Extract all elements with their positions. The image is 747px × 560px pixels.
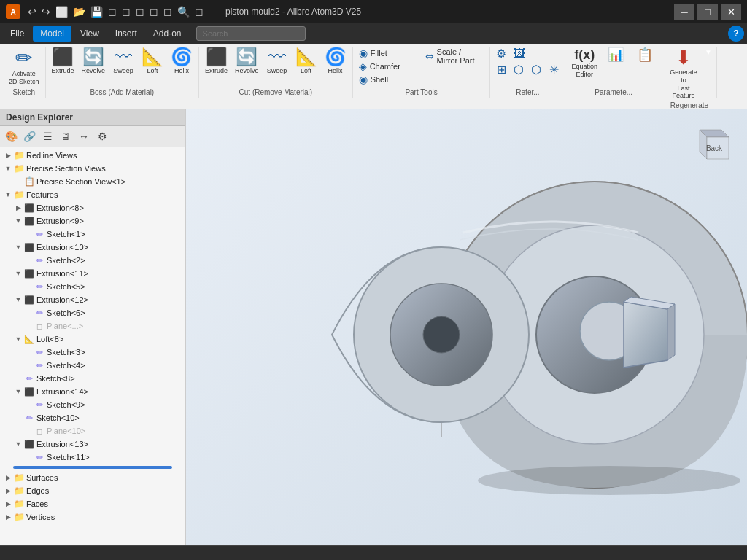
tree-item-sketch6[interactable]: ✏ Sketch<6> xyxy=(0,306,185,319)
tree-item-vertices[interactable]: ▶ 📁 Vertices xyxy=(0,510,185,524)
shell-button[interactable]: ◉ Shell xyxy=(356,73,421,86)
tree-item-sketch8[interactable]: ✏ Sketch<8> xyxy=(0,372,185,385)
undo-icon[interactable]: ↩ xyxy=(26,4,38,19)
tree-item-extrusion11[interactable]: ▼ ⬛ Extrusion<11> xyxy=(0,267,185,280)
de-link-btn[interactable]: 🔗 xyxy=(21,128,37,144)
scale-mirror-button[interactable]: ⇔ Scale / Mirror Part xyxy=(422,47,487,66)
refer-btn-1[interactable]: ⚙ xyxy=(493,47,509,61)
toolbar-icon-3[interactable]: ◻ xyxy=(134,4,146,19)
toolbar-icon-5[interactable]: ◻ xyxy=(162,4,174,19)
toggle-extrusion12[interactable]: ▼ xyxy=(13,295,23,305)
tree-item-extrusion12[interactable]: ▼ ⬛ Extrusion<12> xyxy=(0,293,185,306)
cut-revolve-button[interactable]: 🔄 Revolve xyxy=(232,47,262,77)
toggle-extrusion8[interactable]: ▶ xyxy=(13,203,23,213)
boss-sweep-button[interactable]: 〰 Sweep xyxy=(109,47,137,77)
refer-btn-2[interactable]: 🖼 xyxy=(511,47,528,61)
toggle-faces[interactable]: ▶ xyxy=(3,499,13,509)
orientation-cube[interactable]: Back xyxy=(689,124,732,168)
tree-item-surfaces[interactable]: ▶ 📁 Surfaces xyxy=(0,471,185,484)
toggle-loft8[interactable]: ▼ xyxy=(13,334,23,344)
equation-editor-button[interactable]: f(x) EquationEditor xyxy=(568,47,600,80)
toolbar-icon-6[interactable]: 🔍 xyxy=(176,4,191,19)
de-settings-btn[interactable]: ⚙ xyxy=(94,128,110,144)
open-icon[interactable]: 📂 xyxy=(71,4,87,19)
generate-last-feature-button[interactable]: ⬇ Generate toLast Feature xyxy=(665,47,702,101)
refer-btn-4[interactable]: ⬡ xyxy=(511,63,527,77)
tree-item-sketch2[interactable]: ✏ Sketch<2> xyxy=(0,254,185,267)
boss-revolve-button[interactable]: 🔄 Revolve xyxy=(79,47,109,77)
refer-btn-5[interactable]: ⬡ xyxy=(528,63,544,77)
tree-item-sketch4[interactable]: ✏ Sketch<4> xyxy=(0,359,185,372)
part-tools-group-label: Part Tools xyxy=(356,88,487,98)
param-btn-2[interactable]: 📊 xyxy=(602,47,630,63)
toggle-redline-views[interactable]: ▶ xyxy=(3,150,13,160)
tree-item-sketch3[interactable]: ✏ Sketch<3> xyxy=(0,346,185,359)
toggle-surfaces[interactable]: ▶ xyxy=(3,472,13,483)
toggle-extrusion11[interactable]: ▼ xyxy=(13,268,23,279)
tree-item-extrusion10[interactable]: ▼ ⬛ Extrusion<10> xyxy=(0,241,185,254)
tree-item-extrusion13[interactable]: ▼ ⬛ Extrusion<13> xyxy=(0,438,185,451)
boss-extrude-button[interactable]: ⬛ Extrude xyxy=(49,47,77,77)
restore-button[interactable]: □ xyxy=(697,4,718,20)
fillet-button[interactable]: ◉ Fillet xyxy=(356,47,421,60)
de-expand-btn[interactable]: ↔ xyxy=(76,128,92,144)
toolbar-icon-4[interactable]: ◻ xyxy=(148,4,160,19)
cut-loft-button[interactable]: 📐 Loft xyxy=(293,47,320,77)
boss-loft-button[interactable]: 📐 Loft xyxy=(139,47,166,77)
minimize-button[interactable]: ─ xyxy=(674,4,694,20)
tree-item-plane10[interactable]: ◻ Plane<10> xyxy=(0,424,185,438)
tree-item-precise-section-view1[interactable]: 📋 Precise Section View<1> xyxy=(0,175,185,188)
toolbar-icon-7[interactable]: ◻ xyxy=(193,4,205,19)
toggle-extrusion13[interactable]: ▼ xyxy=(13,439,23,449)
toggle-extrusion14[interactable]: ▼ xyxy=(13,386,23,397)
toggle-edges[interactable]: ▶ xyxy=(3,486,13,496)
activate-2d-sketch-button[interactable]: ✏ Activate2D Sketch xyxy=(6,47,42,88)
search-input[interactable] xyxy=(196,26,306,41)
tree-item-sketch5[interactable]: ✏ Sketch<5> xyxy=(0,280,185,293)
tree-item-redline-views[interactable]: ▶ 📁 Redline Views xyxy=(0,149,185,162)
redo-icon[interactable]: ↪ xyxy=(40,4,52,19)
tree-item-plane-muted[interactable]: ◻ Plane<...> xyxy=(0,319,185,332)
menu-view[interactable]: View xyxy=(73,26,107,42)
chamfer-button[interactable]: ◈ Chamfer xyxy=(356,60,421,73)
de-display-btn[interactable]: 🖥 xyxy=(58,128,74,144)
de-color-btn[interactable]: 🎨 xyxy=(3,128,19,144)
menu-model[interactable]: Model xyxy=(33,26,71,42)
toolbar-icon-1[interactable]: ◻ xyxy=(107,4,118,19)
refer-btn-6[interactable]: ✳ xyxy=(546,63,562,77)
new-icon[interactable]: ⬜ xyxy=(54,4,69,19)
toolbar-icon-2[interactable]: ◻ xyxy=(120,4,132,19)
boss-helix-button[interactable]: 🌀 Helix xyxy=(168,47,196,77)
tree-item-faces[interactable]: ▶ 📁 Faces xyxy=(0,497,185,510)
3d-viewport[interactable]: Back xyxy=(186,109,747,545)
menu-insert[interactable]: Insert xyxy=(108,26,144,42)
tree-item-edges[interactable]: ▶ 📁 Edges xyxy=(0,484,185,497)
de-list-btn[interactable]: ☰ xyxy=(39,128,55,144)
cut-helix-button[interactable]: 🌀 Helix xyxy=(322,47,349,77)
menu-addon[interactable]: Add-on xyxy=(146,26,189,42)
tree-item-sketch11[interactable]: ✏ Sketch<11> xyxy=(0,451,185,464)
menu-file[interactable]: File xyxy=(3,26,31,42)
refer-btn-3[interactable]: ⊞ xyxy=(493,63,509,77)
param-btn-3[interactable]: 📋 xyxy=(631,47,659,63)
tree-item-sketch1[interactable]: ✏ Sketch<1> xyxy=(0,228,185,241)
tree-item-precise-section-views[interactable]: ▼ 📁 Precise Section Views xyxy=(0,162,185,175)
tree-item-extrusion8[interactable]: ▶ ⬛ Extrusion<8> xyxy=(0,201,185,214)
cut-sweep-button[interactable]: 〰 Sweep xyxy=(263,47,291,77)
cut-extrude-button[interactable]: ⬛ Extrude xyxy=(202,47,231,77)
toggle-vertices[interactable]: ▶ xyxy=(3,512,13,522)
save-icon[interactable]: 💾 xyxy=(89,4,104,19)
tree-item-features[interactable]: ▼ 📁 Features xyxy=(0,188,185,201)
help-button[interactable]: ? xyxy=(728,26,744,42)
tree-item-loft8[interactable]: ▼ 📐 Loft<8> xyxy=(0,332,185,346)
close-button[interactable]: ✕ xyxy=(721,4,741,20)
tree-item-extrusion9[interactable]: ▼ ⬛ Extrusion<9> xyxy=(0,214,185,228)
toggle-features[interactable]: ▼ xyxy=(3,190,13,200)
tree-item-sketch10[interactable]: ✏ Sketch<10> xyxy=(0,411,185,424)
tree-item-sketch9[interactable]: ✏ Sketch<9> xyxy=(0,398,185,411)
toggle-extrusion9[interactable]: ▼ xyxy=(13,216,23,226)
tree-item-extrusion14[interactable]: ▼ ⬛ Extrusion<14> xyxy=(0,385,185,398)
toggle-extrusion10[interactable]: ▼ xyxy=(13,242,23,252)
regenerate-dropdown-button[interactable]: ▼ xyxy=(703,47,713,58)
toggle-precise-section-views[interactable]: ▼ xyxy=(3,163,13,174)
